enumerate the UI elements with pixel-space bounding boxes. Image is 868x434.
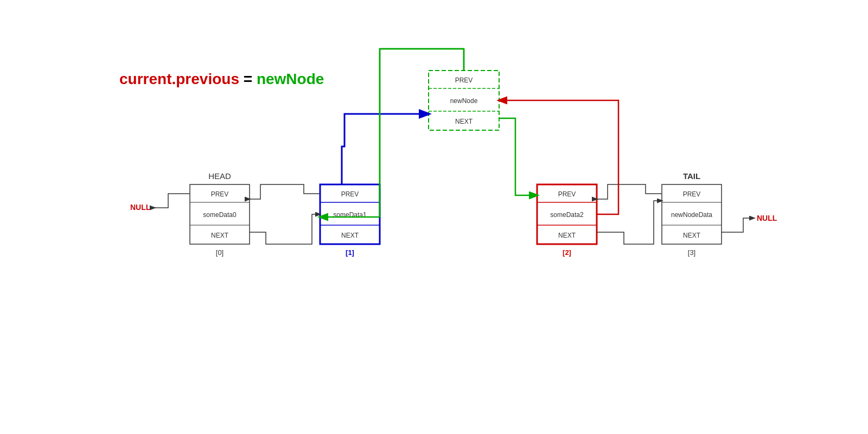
node2: PREV someData2 NEXT [2] <box>537 184 597 257</box>
node1: PREV someData1 NEXT [1] <box>320 184 380 257</box>
svg-text:NEXT: NEXT <box>455 118 473 125</box>
svg-text:PREV: PREV <box>341 190 359 198</box>
svg-text:newNodeData: newNodeData <box>671 211 712 219</box>
new-node: PREV newNode NEXT <box>429 71 499 130</box>
svg-text:PREV: PREV <box>558 190 576 198</box>
null-right-label: NULL <box>757 214 777 222</box>
svg-text:[1]: [1] <box>346 248 354 257</box>
svg-text:PREV: PREV <box>455 76 473 84</box>
head-label: HEAD <box>208 171 231 181</box>
svg-text:NEXT: NEXT <box>558 232 576 239</box>
svg-text:[2]: [2] <box>563 248 571 257</box>
svg-text:someData0: someData0 <box>203 211 237 219</box>
svg-text:PREV: PREV <box>683 190 701 198</box>
svg-text:[0]: [0] <box>216 248 224 257</box>
svg-text:PREV: PREV <box>211 190 229 198</box>
svg-text:newNode: newNode <box>450 97 478 105</box>
svg-text:NEXT: NEXT <box>211 232 229 239</box>
node3: PREV newNodeData NEXT [3] <box>662 184 722 257</box>
svg-text:NEXT: NEXT <box>683 232 701 239</box>
svg-text:NEXT: NEXT <box>341 232 359 239</box>
node0: PREV someData0 NEXT [0] <box>190 184 250 257</box>
null-left-label: NULL <box>130 203 151 212</box>
tail-label: TAIL <box>683 171 700 181</box>
svg-text:[3]: [3] <box>688 248 695 257</box>
svg-text:someData2: someData2 <box>550 211 584 219</box>
